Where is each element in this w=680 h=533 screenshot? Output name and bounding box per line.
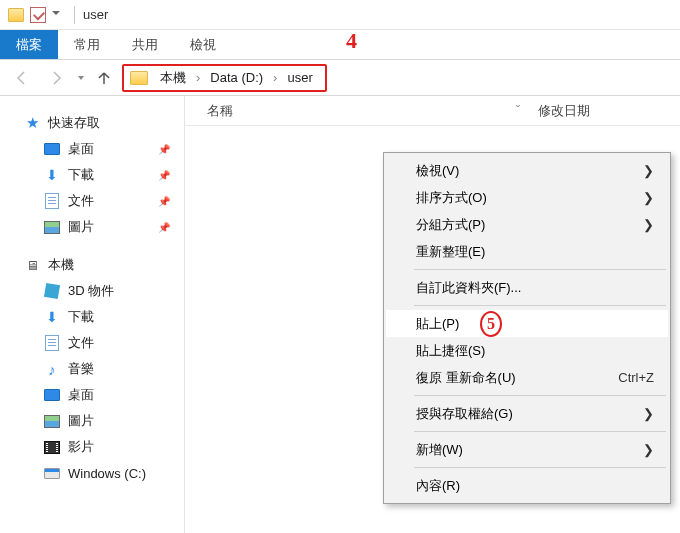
desktop-icon [44, 143, 60, 155]
context-menu: 檢視(V) ❯ 排序方式(O) ❯ 分組方式(P) ❯ 重新整理(E) 自訂此資… [383, 152, 671, 504]
ribbon: 檔案 常用 共用 檢視 [0, 30, 680, 60]
pin-icon: 📌 [158, 222, 170, 233]
tab-home[interactable]: 常用 [58, 30, 116, 59]
tab-file[interactable]: 檔案 [0, 30, 58, 59]
annotation-5: 5 [480, 311, 502, 337]
sidebar-downloads-pc[interactable]: ⬇ 下載 [0, 304, 184, 330]
titlebar-divider [74, 6, 75, 24]
sidebar-label: 桌面 [68, 386, 94, 404]
window-title: user [83, 7, 108, 22]
menu-undo-rename[interactable]: 復原 重新命名(U) Ctrl+Z [386, 364, 668, 391]
menu-label: 分組方式(P) [416, 216, 485, 234]
sidebar-desktop[interactable]: 桌面 📌 [0, 136, 184, 162]
sidebar-pictures[interactable]: 圖片 📌 [0, 214, 184, 240]
menu-refresh[interactable]: 重新整理(E) [386, 238, 668, 265]
sidebar-label: 下載 [68, 166, 94, 184]
menu-label: 檢視(V) [416, 162, 459, 180]
menu-paste[interactable]: 貼上(P) [386, 310, 668, 337]
breadcrumb-0[interactable]: 本機 [154, 67, 192, 89]
menu-label: 新增(W) [416, 441, 463, 459]
star-icon: ★ [24, 115, 40, 131]
qat-checkbox-icon[interactable] [30, 7, 46, 23]
menu-separator [414, 431, 666, 432]
sidebar-label: 本機 [48, 256, 74, 274]
pin-icon: 📌 [158, 170, 170, 181]
navbar: 本機 › Data (D:) › user [0, 60, 680, 96]
tab-view[interactable]: 檢視 [174, 30, 232, 59]
sidebar: ★ 快速存取 桌面 📌 ⬇ 下載 📌 文件 📌 圖片 📌 🖥 本機 [0, 96, 185, 533]
menu-shortcut: Ctrl+Z [618, 370, 654, 385]
cube-icon [44, 283, 60, 299]
sort-indicator-icon: ˇ [506, 103, 530, 118]
sidebar-label: 下載 [68, 308, 94, 326]
sidebar-label: 圖片 [68, 412, 94, 430]
sidebar-desktop-pc[interactable]: 桌面 [0, 382, 184, 408]
menu-label: 自訂此資料夾(F)... [416, 279, 521, 297]
sidebar-downloads[interactable]: ⬇ 下載 📌 [0, 162, 184, 188]
menu-customize[interactable]: 自訂此資料夾(F)... [386, 274, 668, 301]
sidebar-label: 桌面 [68, 140, 94, 158]
menu-paste-shortcut[interactable]: 貼上捷徑(S) [386, 337, 668, 364]
menu-label: 復原 重新命名(U) [416, 369, 516, 387]
address-bar[interactable]: 本機 › Data (D:) › user [122, 64, 327, 92]
sidebar-quick-access[interactable]: ★ 快速存取 [0, 110, 184, 136]
menu-new[interactable]: 新增(W) ❯ [386, 436, 668, 463]
sidebar-c-drive[interactable]: Windows (C:) [0, 460, 184, 486]
nav-back-button[interactable] [8, 64, 36, 92]
nav-forward-button[interactable] [42, 64, 70, 92]
menu-sort[interactable]: 排序方式(O) ❯ [386, 184, 668, 211]
annotation-4: 4 [346, 28, 357, 54]
titlebar: user [0, 0, 680, 30]
menu-separator [414, 395, 666, 396]
breadcrumb-sep: › [271, 70, 279, 85]
column-date[interactable]: 修改日期 [530, 102, 680, 120]
video-icon [44, 441, 60, 454]
menu-label: 內容(R) [416, 477, 460, 495]
picture-icon [44, 221, 60, 234]
document-icon [45, 193, 59, 209]
address-folder-icon [130, 71, 148, 85]
menu-view[interactable]: 檢視(V) ❯ [386, 157, 668, 184]
menu-label: 貼上(P) [416, 315, 459, 333]
nav-up-button[interactable] [92, 66, 116, 90]
menu-label: 授與存取權給(G) [416, 405, 513, 423]
breadcrumb-2[interactable]: user [281, 68, 318, 87]
menu-label: 貼上捷徑(S) [416, 342, 485, 360]
sidebar-label: 快速存取 [48, 114, 100, 132]
menu-separator [414, 269, 666, 270]
desktop-icon [44, 389, 60, 401]
menu-label: 排序方式(O) [416, 189, 487, 207]
nav-history-dropdown[interactable] [76, 76, 86, 80]
column-name[interactable]: 名稱 [185, 102, 506, 120]
sidebar-this-pc[interactable]: 🖥 本機 [0, 252, 184, 278]
sidebar-pictures-pc[interactable]: 圖片 [0, 408, 184, 434]
sidebar-documents[interactable]: 文件 📌 [0, 188, 184, 214]
sidebar-videos[interactable]: 影片 [0, 434, 184, 460]
breadcrumb-1[interactable]: Data (D:) [204, 68, 269, 87]
document-icon [45, 335, 59, 351]
menu-label: 重新整理(E) [416, 243, 485, 261]
music-icon: ♪ [44, 361, 60, 377]
drive-icon [44, 468, 60, 479]
breadcrumb-sep: › [194, 70, 202, 85]
menu-group[interactable]: 分組方式(P) ❯ [386, 211, 668, 238]
picture-icon [44, 415, 60, 428]
download-icon: ⬇ [44, 167, 60, 183]
app-folder-icon [8, 8, 24, 22]
menu-grant-access[interactable]: 授與存取權給(G) ❯ [386, 400, 668, 427]
tab-share[interactable]: 共用 [116, 30, 174, 59]
sidebar-documents-pc[interactable]: 文件 [0, 330, 184, 356]
pin-icon: 📌 [158, 196, 170, 207]
submenu-arrow-icon: ❯ [643, 406, 654, 421]
submenu-arrow-icon: ❯ [643, 217, 654, 232]
pin-icon: 📌 [158, 144, 170, 155]
menu-separator [414, 305, 666, 306]
sidebar-3d-objects[interactable]: 3D 物件 [0, 278, 184, 304]
submenu-arrow-icon: ❯ [643, 442, 654, 457]
pc-icon: 🖥 [24, 257, 40, 273]
menu-properties[interactable]: 內容(R) [386, 472, 668, 499]
sidebar-label: Windows (C:) [68, 466, 146, 481]
sidebar-music[interactable]: ♪ 音樂 [0, 356, 184, 382]
submenu-arrow-icon: ❯ [643, 190, 654, 205]
qat-dropdown-icon[interactable] [52, 11, 60, 19]
